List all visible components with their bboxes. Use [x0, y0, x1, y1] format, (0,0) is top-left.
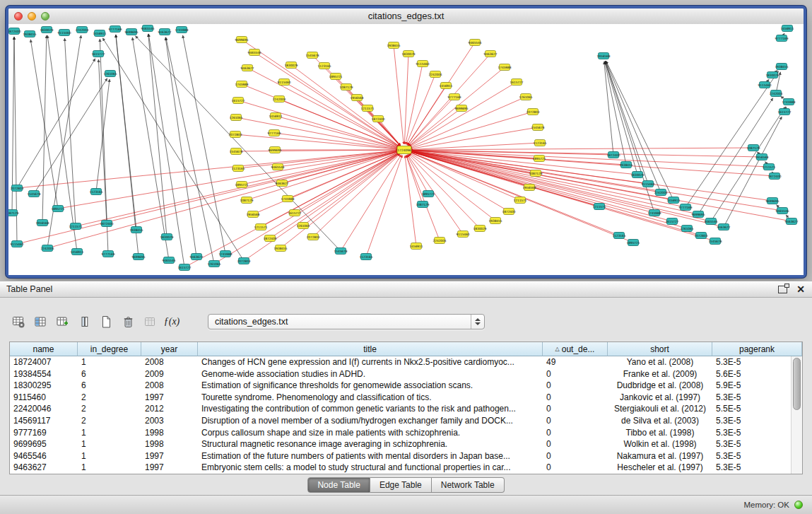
network-node[interactable]: 9777169: [678, 204, 692, 211]
scrollbar-thumb[interactable]: [793, 358, 801, 410]
column-chooser-button[interactable]: [74, 313, 94, 332]
tab-node-table[interactable]: Node Table: [307, 477, 370, 493]
network-node[interactable]: 2072803: [306, 234, 319, 240]
network-node[interactable]: 1087129: [416, 201, 429, 208]
network-node[interactable]: 1872400: [8, 28, 21, 35]
network-node[interactable]: 1123165: [231, 165, 245, 172]
network-node[interactable]: 1087129: [529, 170, 542, 177]
network-node[interactable]: 1456911: [439, 83, 452, 89]
network-node[interactable]: 1087129: [8, 210, 19, 216]
network-node[interactable]: 2242004: [272, 96, 286, 103]
network-node[interactable]: 1211571: [254, 224, 267, 230]
network-node[interactable]: 1745988: [218, 251, 232, 257]
network-canvas[interactable]: 1872400193845518300299115460224200414569…: [8, 24, 804, 275]
float-panel-icon[interactable]: [778, 286, 787, 293]
network-node[interactable]: 1456911: [666, 197, 680, 204]
network-node[interactable]: 9777169: [267, 130, 281, 136]
table-row[interactable]: 2242004622012Investigating the contribut…: [10, 403, 802, 415]
window-titlebar[interactable]: citations_edges.txt: [8, 8, 804, 25]
network-node[interactable]: 9115460: [456, 231, 469, 238]
network-node[interactable]: 9463627: [189, 254, 203, 260]
network-node[interactable]: 1956568: [35, 220, 49, 226]
network-node[interactable]: 1895721: [421, 191, 435, 197]
network-node[interactable]: 1123165: [317, 63, 331, 69]
network-node[interactable]: 1938455: [775, 64, 788, 70]
network-node[interactable]: 1938455: [488, 218, 502, 224]
function-builder-button[interactable]: ƒ(x): [162, 313, 182, 332]
table-row[interactable]: 1830029562008Estimation of significance …: [10, 380, 802, 392]
network-node[interactable]: 9777169: [447, 94, 461, 100]
network-node[interactable]: 9777169: [108, 26, 122, 33]
network-node[interactable]: 2072803: [10, 185, 23, 192]
network-node[interactable]: 1895721: [329, 74, 342, 80]
network-node[interactable]: 1456911: [780, 25, 794, 32]
network-node[interactable]: 1745988: [235, 81, 248, 88]
network-node[interactable]: 9699695: [454, 105, 468, 112]
network-node[interactable]: 1615727: [665, 218, 678, 225]
network-node[interactable]: 1938455: [129, 227, 143, 233]
network-node[interactable]: 2072803: [228, 132, 242, 138]
network-node[interactable]: 1830029: [473, 226, 486, 232]
network-node[interactable]: 9699695: [765, 198, 779, 204]
network-node[interactable]: 1456911: [70, 249, 83, 255]
network-node[interactable]: 9115460: [10, 241, 23, 247]
network-node[interactable]: 9699695: [268, 147, 281, 153]
network-node[interactable]: 9115460: [641, 181, 654, 187]
table-row[interactable]: 946554611997Estimation of the future num…: [10, 450, 802, 462]
tab-network-table[interactable]: Network Table: [432, 477, 505, 493]
column-header-name[interactable]: name: [10, 342, 78, 356]
network-node[interactable]: 9463627: [483, 51, 497, 57]
network-graph[interactable]: 1872400193845518300299115460224200414569…: [8, 24, 804, 275]
table-vertical-scrollbar[interactable]: [791, 356, 802, 474]
network-node[interactable]: 1545678: [708, 238, 722, 245]
network-node[interactable]: 2242004: [654, 189, 667, 196]
network-node[interactable]: 9115460: [277, 79, 290, 86]
network-node[interactable]: 1456911: [269, 113, 282, 119]
network-node[interactable]: 1123165: [612, 233, 625, 239]
network-node[interactable]: 1938455: [273, 245, 287, 252]
network-node[interactable]: 1545678: [305, 52, 319, 59]
network-node[interactable]: 1745988: [782, 99, 795, 105]
new-table-button[interactable]: [96, 313, 116, 332]
network-node[interactable]: 1872400: [100, 221, 113, 227]
network-node[interactable]: 1261065: [680, 226, 693, 232]
network-node[interactable]: 1123165: [89, 189, 102, 195]
network-node[interactable]: 9699695: [124, 29, 138, 35]
network-node[interactable]: 1830029: [630, 172, 644, 178]
table-row[interactable]: 1938455462009Genome-wide association stu…: [10, 368, 802, 380]
network-node[interactable]: 1938455: [387, 42, 400, 49]
network-node[interactable]: 1895721: [51, 206, 64, 212]
network-node[interactable]: 1956568: [522, 185, 536, 191]
network-node[interactable]: 1615727: [91, 51, 105, 57]
network-node[interactable]: 1087129: [339, 84, 353, 90]
network-node[interactable]: 9465546: [704, 218, 717, 225]
network-node[interactable]: 1087129: [240, 197, 253, 204]
column-header-pagerank[interactable]: pagerank: [712, 342, 802, 356]
network-node[interactable]: 2242004: [769, 90, 782, 97]
column-header-year[interactable]: year: [141, 342, 198, 356]
network-node[interactable]: 9699695: [131, 254, 145, 260]
network-node[interactable]: 9463627: [158, 29, 171, 35]
column-header-title[interactable]: title: [198, 342, 543, 356]
network-node[interactable]: 1956568: [755, 154, 768, 160]
network-node[interactable]: 1123165: [533, 140, 546, 146]
table-row[interactable]: 1456911722003Disruption of a novel membe…: [10, 415, 802, 427]
table-row[interactable]: 911546021997Tourette syndrome. Phenomeno…: [10, 392, 802, 404]
network-node[interactable]: 1872400: [371, 116, 384, 122]
network-node[interactable]: 9115460: [57, 30, 71, 36]
table-row[interactable]: 969969511998Structural magnetic resonanc…: [10, 438, 802, 450]
network-node[interactable]: 9699695: [235, 37, 248, 43]
network-node[interactable]: 1895721: [626, 240, 640, 246]
network-node[interactable]: 2242004: [433, 238, 446, 244]
network-node[interactable]: 1895721: [235, 182, 248, 188]
network-node[interactable]: 9463627: [275, 180, 288, 187]
network-node[interactable]: 1261065: [296, 223, 310, 229]
network-node[interactable]: 1724096: [397, 146, 411, 154]
column-header-short[interactable]: short: [608, 342, 712, 356]
network-node[interactable]: 1211571: [360, 105, 374, 112]
network-node[interactable]: 9465546: [247, 49, 261, 56]
zoom-window-button[interactable]: [41, 12, 49, 21]
network-node[interactable]: 1545678: [27, 191, 40, 197]
network-node[interactable]: 1615727: [177, 264, 191, 271]
merge-tables-button[interactable]: [140, 313, 160, 332]
